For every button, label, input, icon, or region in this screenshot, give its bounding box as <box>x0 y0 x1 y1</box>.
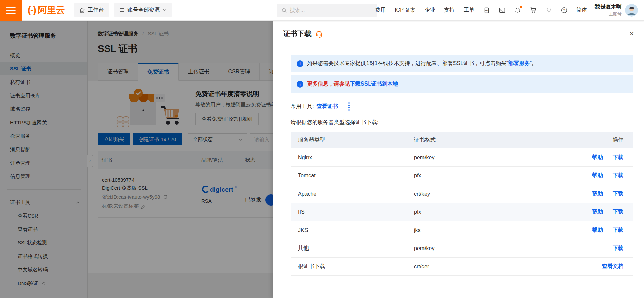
download-hint: 请根据您的服务器类型选择证书下载: <box>291 119 633 126</box>
nav-enterprise[interactable]: 企业 <box>425 7 435 14</box>
search-icon <box>281 8 287 13</box>
svg-text:APP: APP <box>485 9 489 11</box>
headset-icon[interactable] <box>315 30 323 38</box>
terminal-icon[interactable] <box>498 6 506 14</box>
more-info-alert: i 更多信息，请参见下载SSL证书到本地 <box>291 75 633 93</box>
download-link[interactable]: 下载 <box>613 227 623 234</box>
list-icon <box>119 7 125 13</box>
drawer-body: i 如果您需要技术专家提供1对1在线技术支持，进行配置、部署SSL证书，可点击购… <box>273 47 644 276</box>
drawer-title: 证书下载 <box>283 29 312 38</box>
aliyun-logo-icon: (-) <box>28 4 36 16</box>
deploy-service-link[interactable]: 部署服务 <box>508 60 530 66</box>
table-row-other: 其他 pem/key 下载 <box>291 239 633 258</box>
help-link[interactable]: 帮助 <box>592 190 603 197</box>
download-table-header: 服务器类型 证书格式 操作 <box>291 132 633 148</box>
download-link[interactable]: 下载 <box>613 245 623 252</box>
table-row-apache: Apache crt/key 帮助下载 <box>291 185 633 203</box>
lightbulb-icon[interactable] <box>545 6 553 14</box>
info-icon: i <box>297 60 303 67</box>
navbar-right: 费用 ICP 备案 企业 支持 工单 APP ? <box>371 0 644 21</box>
view-cert-link[interactable]: 查看证书 <box>316 103 338 110</box>
user-name: 我是夏木啊 <box>595 3 622 10</box>
app-icon[interactable]: APP <box>482 6 491 14</box>
divider <box>343 104 343 110</box>
help-link[interactable]: 帮助 <box>592 227 603 234</box>
table-row-jks: JKS jks 帮助下载 <box>291 221 633 239</box>
nav-icp[interactable]: ICP 备案 <box>394 7 416 14</box>
deploy-service-alert: i 如果您需要技术专家提供1对1在线技术支持，进行配置、部署SSL证书，可点击购… <box>291 55 633 72</box>
search-input[interactable] <box>290 7 367 13</box>
user-role: 主账号 <box>595 11 622 17</box>
cart-icon[interactable] <box>529 6 537 14</box>
workspace-button[interactable]: 工作台 <box>74 3 109 17</box>
help-link[interactable]: 帮助 <box>592 154 603 161</box>
nav-support[interactable]: 支持 <box>444 7 455 14</box>
common-tools-row: 常用工具: 查看证书 <box>291 102 633 111</box>
cert-download-drawer: 证书下载 × i 如果您需要技术专家提供1对1在线技术支持，进行配置、部署SSL… <box>273 21 644 298</box>
hamburger-menu-button[interactable] <box>0 0 22 21</box>
aliyun-logo[interactable]: (-) 阿里云 <box>28 4 65 16</box>
app-root: (-) 阿里云 工作台 账号全部资源 费用 ICP 备案 企业 支持 工单 AP… <box>0 0 644 298</box>
nav-ticket[interactable]: 工单 <box>464 7 474 14</box>
bell-icon[interactable] <box>514 6 522 14</box>
table-row-iis: IIS pfx 帮助下载 <box>291 203 633 221</box>
table-row-nginx: Nginx pem/key 帮助下载 <box>291 148 633 167</box>
download-link[interactable]: 下载 <box>613 172 623 179</box>
info-icon: i <box>297 81 303 88</box>
notification-badge <box>520 6 522 8</box>
nav-billing[interactable]: 费用 <box>375 7 386 14</box>
download-link[interactable]: 下载 <box>613 190 623 197</box>
download-link[interactable]: 下载 <box>613 208 623 216</box>
help-link[interactable]: 帮助 <box>592 208 603 216</box>
avatar[interactable] <box>625 4 638 17</box>
svg-text:?: ? <box>563 8 565 12</box>
close-icon[interactable]: × <box>629 30 634 38</box>
global-search <box>277 4 377 17</box>
drawer-header: 证书下载 × <box>273 21 644 47</box>
help-link[interactable]: 帮助 <box>592 172 603 179</box>
more-tools-icon[interactable] <box>348 102 350 111</box>
account-resources-dropdown[interactable]: 账号全部资源 <box>114 3 172 17</box>
home-icon <box>79 7 85 13</box>
top-navbar: (-) 阿里云 工作台 账号全部资源 费用 ICP 备案 企业 支持 工单 AP… <box>0 0 644 21</box>
user-account[interactable]: 我是夏木啊 主账号 <box>595 3 638 17</box>
chevron-down-icon <box>163 8 167 12</box>
download-link[interactable]: 下载 <box>613 154 623 161</box>
table-row-root-cert: 根证书下载 crt/cer 查看文档 <box>291 258 633 276</box>
table-row-tomcat: Tomcat pfx 帮助下载 <box>291 167 633 185</box>
view-doc-link[interactable]: 查看文档 <box>602 263 623 270</box>
help-icon[interactable]: ? <box>560 6 568 14</box>
download-table: 服务器类型 证书格式 操作 Nginx pem/key 帮助下载 Tomcat … <box>291 132 633 276</box>
locale-switch[interactable]: 简体 <box>576 7 587 14</box>
download-ssl-doc-link[interactable]: 下载SSL证书到本地 <box>350 81 398 87</box>
